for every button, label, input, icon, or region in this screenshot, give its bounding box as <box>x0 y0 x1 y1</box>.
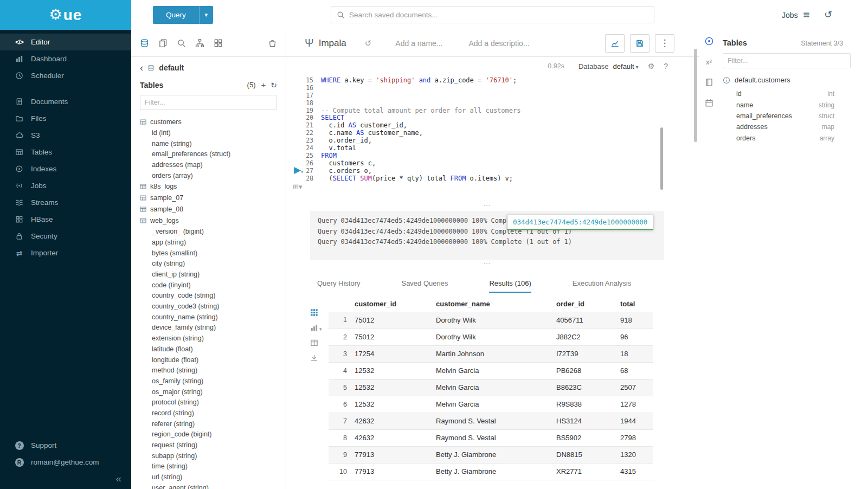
grid-view-icon[interactable] <box>310 308 318 317</box>
tab-saved-queries[interactable]: Saved Queries <box>401 279 448 293</box>
table-row[interactable]: 317254Martin JohnsonI72T3918 <box>329 345 653 362</box>
functions-icon[interactable]: x² <box>706 58 712 66</box>
tree-column[interactable]: email_preferences (struct) <box>140 149 277 159</box>
tree-table-web-logs[interactable]: web_logs <box>140 215 277 226</box>
editor-assistant-icon[interactable] <box>704 36 714 46</box>
sidebar-item-user[interactable]: R romain@gethue.com <box>0 454 131 471</box>
tree-column[interactable]: latitude (float) <box>140 344 277 355</box>
chart-options-caret[interactable]: ▾ <box>319 326 322 332</box>
right-column-row[interactable]: addressesmap <box>723 121 857 132</box>
tree-column[interactable]: name (string) <box>140 138 277 149</box>
active-table-name[interactable]: default.customers <box>735 76 790 84</box>
tree-column[interactable]: code (tinyint) <box>140 280 277 291</box>
tree-column[interactable]: record (string) <box>140 408 277 419</box>
table-row[interactable]: 275012Dorothy WilkJ882C296 <box>329 329 653 345</box>
code-line[interactable]: 22 c.name AS customer_name, <box>286 129 690 137</box>
database-select[interactable]: default▾ <box>613 62 639 70</box>
sitemap-icon[interactable] <box>195 38 204 48</box>
help-icon[interactable]: ? <box>664 62 668 70</box>
code-line[interactable]: 28 (SELECT SUM(price * qty) total FROM o… <box>286 175 690 182</box>
resize-grip-top[interactable]: ⋯ <box>310 203 664 209</box>
sidebar-item-files[interactable]: Files <box>0 110 131 127</box>
query-dropdown-caret[interactable]: ▾ <box>199 6 213 24</box>
right-panel-filter-input[interactable] <box>723 53 851 68</box>
run-options-caret[interactable]: ▾ <box>301 169 304 175</box>
save-button[interactable] <box>630 34 650 53</box>
query-name-field[interactable]: Add a name... <box>395 39 442 48</box>
calendar-icon[interactable] <box>705 99 713 107</box>
history-icon[interactable]: ↺ <box>824 9 832 21</box>
query-button[interactable]: Query <box>153 6 199 24</box>
tree-column[interactable]: url (string) <box>140 472 277 482</box>
snippet-settings-icon[interactable]: ⊞▾ <box>293 183 302 191</box>
sidebar-item-support[interactable]: ? Support <box>0 437 131 454</box>
apps-grid-icon[interactable] <box>214 38 223 48</box>
tree-column[interactable]: time (string) <box>140 461 277 472</box>
basket-icon[interactable] <box>268 38 277 48</box>
results-col-header[interactable]: total <box>620 295 653 312</box>
query-id-popover[interactable]: 034d413ec7474ed5:4249de1000000000 <box>507 215 653 230</box>
run-query-button[interactable]: ▶▾ <box>294 165 304 175</box>
code-line[interactable]: 19-- Compute total amount per order for … <box>286 107 690 114</box>
tree-column[interactable]: city (string) <box>140 259 277 269</box>
code-line[interactable]: 17 <box>286 92 690 99</box>
zoom-icon[interactable] <box>177 38 186 48</box>
sidebar-item-hbase[interactable]: HBase <box>0 211 131 228</box>
code-line[interactable]: 20SELECT <box>286 114 690 121</box>
more-actions-button[interactable]: ⋮ <box>655 34 674 53</box>
tree-column[interactable]: country_code3 (string) <box>140 301 277 312</box>
tree-table-sample-07[interactable]: sample_07 <box>140 192 277 203</box>
right-column-row[interactable]: ordersarray <box>723 133 857 144</box>
data-source-icon[interactable] <box>140 38 149 48</box>
tree-column[interactable]: app (string) <box>140 237 277 248</box>
refresh-tables-icon[interactable]: ↻ <box>271 81 277 89</box>
code-line[interactable]: 25FROM <box>286 152 690 159</box>
sidebar-item-jobs[interactable]: Jobs <box>0 177 131 194</box>
tree-column[interactable]: subapp (string) <box>140 451 277 461</box>
tree-table-customers[interactable]: customers <box>140 116 277 127</box>
chart-view-icon[interactable]: ▾ <box>310 324 322 332</box>
table-row[interactable]: 742632Raymond S. VestalHS31241944 <box>329 413 653 429</box>
code-line[interactable]: 23 o.order_id, <box>286 137 690 144</box>
query-description-field[interactable]: Add a descriptio... <box>469 39 530 48</box>
resize-grip-bottom[interactable]: ⋯ <box>310 261 664 267</box>
sidebar-item-streams[interactable]: Streams <box>0 194 131 211</box>
code-line[interactable]: 24 v.total <box>286 144 690 152</box>
tab-results-106-[interactable]: Results (106) <box>489 279 531 293</box>
tree-column[interactable]: country_code (string) <box>140 291 277 301</box>
right-column-row[interactable]: namestring <box>723 99 857 110</box>
tab-execution-analysis[interactable]: Execution Analysis <box>573 279 631 293</box>
tree-column[interactable]: os_family (string) <box>140 376 277 387</box>
page-scrollbar[interactable] <box>694 49 697 142</box>
tree-column[interactable]: protocol (string) <box>140 397 277 408</box>
tree-column[interactable]: client_ip (string) <box>140 269 277 280</box>
results-col-header[interactable]: customer_id <box>355 295 436 312</box>
right-column-row[interactable]: idint <box>723 88 857 99</box>
jobs-link[interactable]: Jobs <box>782 0 811 30</box>
back-chevron-icon[interactable]: ‹ <box>140 64 143 72</box>
documents-browser-icon[interactable] <box>158 38 168 48</box>
tree-column[interactable]: _version_ (bigint) <box>140 226 277 237</box>
tree-column[interactable]: region_code (bigint) <box>140 429 277 440</box>
query-refresh-icon[interactable]: ↺ <box>365 38 372 48</box>
tree-column[interactable]: longitude (float) <box>140 355 277 365</box>
tree-column[interactable]: device_family (string) <box>140 323 277 333</box>
table-row[interactable]: 1077913Betty J. GiambroneXR27714315 <box>329 463 653 480</box>
code-line[interactable]: 15WHERE a.key = 'shipping' and a.zip_cod… <box>286 76 690 84</box>
table-row[interactable]: 512532Melvin GarciaB8623C2507 <box>329 379 653 396</box>
add-table-icon[interactable]: + <box>261 80 266 89</box>
table-row[interactable]: 612532Melvin GarciaR9S8381278 <box>329 396 653 413</box>
sidebar-item-s3[interactable]: S3 <box>0 127 131 144</box>
columns-view-icon[interactable] <box>310 339 318 347</box>
results-col-header[interactable]: order_id <box>556 295 620 312</box>
sidebar-item-editor[interactable]: </>Editor <box>0 34 131 50</box>
table-row[interactable]: 977913Betty J. GiambroneDN88151320 <box>329 446 653 463</box>
active-table-row[interactable]: default.customers <box>723 76 857 84</box>
tree-column[interactable]: user_agent (string) <box>140 482 277 489</box>
editor-scrollbar[interactable] <box>660 127 663 190</box>
tree-column[interactable]: extension (string) <box>140 333 277 344</box>
tree-table-k8s-logs[interactable]: k8s_logs <box>140 181 277 192</box>
sidebar-item-importer[interactable]: ⇄Importer <box>0 244 131 261</box>
sidebar-collapse-button[interactable]: « <box>115 473 121 485</box>
hue-logo[interactable]: ⚙ ue <box>0 0 131 30</box>
